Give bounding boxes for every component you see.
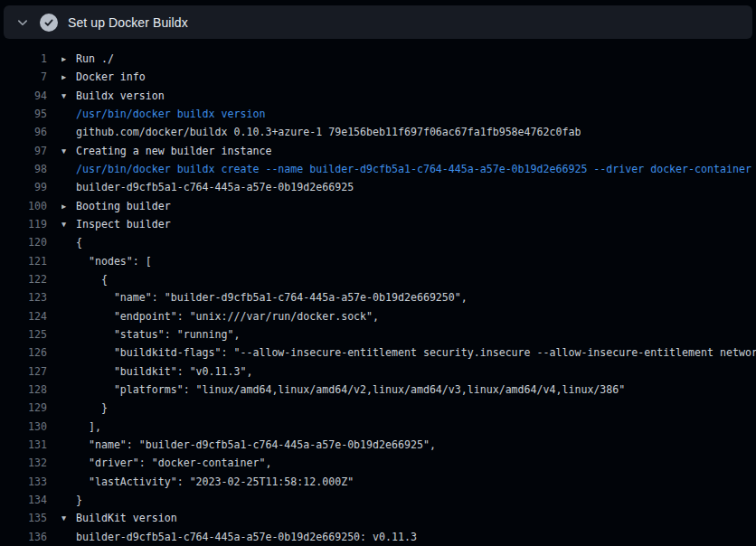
log-line: 95/usr/bin/docker buildx version [0,105,756,123]
line-number[interactable]: 119 [0,218,47,231]
line-number[interactable]: 129 [0,401,47,414]
log-group-label: Inspect builder [76,218,171,231]
log-command-text: /usr/bin/docker buildx create --name bui… [61,163,751,175]
log-output-text: { [61,273,108,286]
line-number[interactable]: 97 [0,145,47,157]
log-group-label: Docker info [76,71,146,83]
log-output-text: "status": "running", [61,328,240,341]
log-group-header[interactable]: ▶Booting builder [61,200,171,212]
log-line: 131 "name": "builder-d9cfb5a1-c764-445a-… [0,436,756,454]
log-output-text: builder-d9cfb5a1-c764-445a-a57e-0b19d2e6… [61,181,354,193]
line-number[interactable]: 99 [0,181,47,193]
log-output-text: } [61,401,108,414]
log-output-text: { [61,236,82,249]
log-lines-container: 1▶Run ./7▶Docker info94▼Buildx version95… [0,39,756,546]
log-output-text: ], [61,420,101,433]
log-group-label: Creating a new builder instance [76,145,271,157]
log-line: 126 "buildkitd-flags": "--allow-insecure… [0,344,756,362]
log-line: 94▼Buildx version [0,87,756,105]
log-line: 132 "driver": "docker-container", [0,454,756,472]
line-number[interactable]: 120 [0,236,47,249]
line-number[interactable]: 95 [0,108,47,120]
chevron-down-icon[interactable] [15,15,30,30]
log-line: 122 { [0,270,756,288]
log-group-label: Booting builder [76,200,171,212]
log-line: 1▶Run ./ [0,50,756,68]
log-line: 7▶Docker info [0,68,756,86]
log-output-text: "buildkit": "v0.11.3", [61,365,252,378]
log-group-label: Buildx version [76,89,165,102]
log-command-text: /usr/bin/docker buildx version [61,108,265,120]
line-number[interactable]: 98 [0,163,47,175]
log-line: 133 "lastActivity": "2023-02-25T11:58:12… [0,473,756,491]
line-number[interactable]: 135 [0,512,47,524]
log-output-text: "name": "builder-d9cfb5a1-c764-445a-a57e… [61,438,436,451]
log-group-header[interactable]: ▼BuildKit version [61,512,177,524]
log-output-text: } [61,494,82,506]
step-title: Set up Docker Buildx [68,15,188,30]
log-group-header[interactable]: ▶Run ./ [61,52,114,65]
log-output-text: "name": "builder-d9cfb5a1-c764-445a-a57e… [61,291,468,304]
log-line: 125 "status": "running", [0,325,756,344]
group-collapsed-icon[interactable]: ▶ [61,202,72,211]
line-number[interactable]: 123 [0,291,47,304]
group-collapsed-icon[interactable]: ▶ [61,54,72,63]
log-group-label: Run ./ [76,52,114,65]
log-line: 121 "nodes": [ [0,252,756,270]
line-number[interactable]: 136 [0,531,47,543]
log-group-header[interactable]: ▼Inspect builder [61,218,171,231]
log-line: 96github.com/docker/buildx 0.10.3+azure-… [0,123,756,141]
log-output-text: "platforms": "linux/amd64,linux/amd64/v2… [61,383,625,396]
workflow-step-log-panel: Set up Docker Buildx 1▶Run ./7▶Docker in… [0,5,756,546]
log-group-label: BuildKit version [76,512,177,524]
line-number[interactable]: 126 [0,346,47,359]
log-group-header[interactable]: ▼Creating a new builder instance [61,145,271,157]
log-line: 130 ], [0,418,756,436]
group-expanded-icon[interactable]: ▼ [61,220,72,229]
group-expanded-icon[interactable]: ▼ [61,513,72,522]
line-number[interactable]: 133 [0,475,47,488]
log-output-text: "endpoint": "unix:///var/run/docker.sock… [61,310,379,323]
log-output-text: "lastActivity": "2023-02-25T11:58:12.000… [61,475,354,488]
log-line: 134} [0,491,756,509]
log-line: 98/usr/bin/docker buildx create --name b… [0,160,756,178]
line-number[interactable]: 100 [0,200,47,212]
log-output-text: github.com/docker/buildx 0.10.3+azure-1 … [61,126,581,138]
line-number[interactable]: 127 [0,365,47,378]
log-output-text: "buildkitd-flags": "--allow-insecure-ent… [61,346,756,359]
step-header[interactable]: Set up Docker Buildx [4,5,752,39]
line-number[interactable]: 122 [0,273,47,286]
log-line: 100▶Booting builder [0,197,756,215]
line-number[interactable]: 132 [0,457,47,469]
line-number[interactable]: 124 [0,310,47,323]
line-number[interactable]: 94 [0,89,47,102]
line-number[interactable]: 7 [0,71,47,83]
line-number[interactable]: 121 [0,255,47,268]
line-number[interactable]: 131 [0,438,47,451]
log-line: 129 } [0,399,756,417]
log-group-header[interactable]: ▶Docker info [61,71,146,83]
log-line: 127 "buildkit": "v0.11.3", [0,362,756,381]
group-collapsed-icon[interactable]: ▶ [61,72,72,81]
log-group-header[interactable]: ▼Buildx version [61,89,165,102]
line-number[interactable]: 96 [0,126,47,138]
log-output-text: "driver": "docker-container", [61,457,271,469]
line-number[interactable]: 130 [0,420,47,433]
log-output-text: builder-d9cfb5a1-c764-445a-a57e-0b19d2e6… [61,531,417,543]
log-line: 97▼Creating a new builder instance [0,142,756,160]
log-line: 99builder-d9cfb5a1-c764-445a-a57e-0b19d2… [0,178,756,196]
log-line: 120{ [0,233,756,251]
log-line: 135▼BuildKit version [0,509,756,527]
log-line: 123 "name": "builder-d9cfb5a1-c764-445a-… [0,288,756,306]
log-line: 124 "endpoint": "unix:///var/run/docker.… [0,307,756,325]
check-circle-icon [40,14,58,32]
group-expanded-icon[interactable]: ▼ [61,146,72,155]
line-number[interactable]: 125 [0,328,47,341]
line-number[interactable]: 134 [0,494,47,506]
log-line: 136builder-d9cfb5a1-c764-445a-a57e-0b19d… [0,528,756,546]
group-expanded-icon[interactable]: ▼ [61,91,72,100]
line-number[interactable]: 128 [0,383,47,396]
line-number[interactable]: 1 [0,52,47,65]
log-output-text: "nodes": [ [61,255,152,268]
log-line: 119▼Inspect builder [0,215,756,233]
